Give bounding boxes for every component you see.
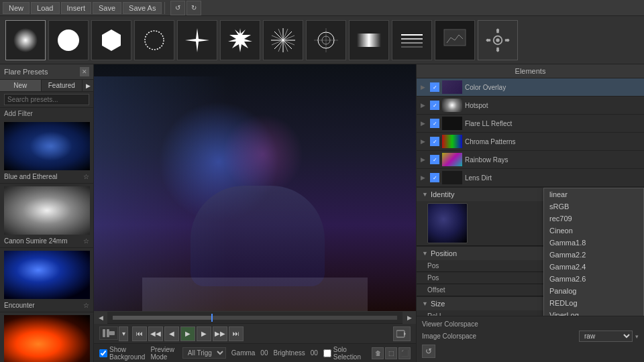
settings-button[interactable]: [478, 20, 518, 60]
star-icon-encounter[interactable]: ☆: [83, 302, 89, 309]
svg-point-3: [145, 31, 164, 50]
svg-rect-36: [396, 330, 405, 337]
preview-canvas[interactable]: [94, 64, 416, 311]
play-button[interactable]: ▶: [180, 326, 195, 341]
brush-4star[interactable]: [177, 20, 217, 60]
delete-icon-1[interactable]: 🗑: [372, 347, 384, 359]
element-expand-rainbow[interactable]: ▶: [421, 156, 427, 163]
search-presets-input[interactable]: [4, 94, 89, 105]
transport-icon: [99, 326, 118, 340]
preset-thumb-blue-ethereal: [4, 122, 90, 170]
preview-mode-dropdown[interactable]: All Trigg: [182, 347, 226, 359]
elements-header: Elements: [417, 64, 644, 78]
element-check-chroma[interactable]: ✓: [430, 137, 439, 146]
element-expand-chroma[interactable]: ▶: [421, 138, 427, 145]
undo-icon[interactable]: ↺: [422, 345, 435, 358]
close-panel-button[interactable]: ✕: [80, 67, 89, 76]
star-icon-blue-ethereal[interactable]: ☆: [83, 173, 89, 180]
preset-encounter[interactable]: Encounter ☆: [0, 248, 93, 312]
cs-Cineon[interactable]: Cineon: [544, 225, 643, 237]
step-back-button[interactable]: ◀: [164, 326, 179, 341]
brush-starburst[interactable]: [263, 20, 303, 60]
tab-featured[interactable]: Featured: [42, 80, 83, 91]
cs-rec709[interactable]: rec709: [544, 213, 643, 225]
star-icon-canon-sumire[interactable]: ☆: [83, 237, 89, 245]
element-check-flare[interactable]: ✓: [430, 119, 439, 128]
element-expand-flare[interactable]: ▶: [421, 120, 427, 127]
gamma-label: Gamma: [231, 349, 256, 357]
insert-button[interactable]: Insert: [61, 2, 92, 14]
gamma-value: 00: [260, 349, 268, 357]
prev-frame-button[interactable]: ◀◀: [148, 326, 163, 341]
svg-point-1: [58, 29, 79, 51]
svg-rect-16: [357, 34, 381, 47]
preset-eye-beholder[interactable]: Eye of the Beholder ☆: [0, 312, 93, 362]
element-expand-lens-dirt[interactable]: ▶: [421, 174, 427, 181]
timeline-next-button[interactable]: ▶: [402, 312, 416, 324]
svg-point-24: [496, 38, 499, 42]
skip-to-end-button[interactable]: ⏭: [229, 326, 244, 341]
cs-ViperLog[interactable]: ViperLog: [544, 309, 643, 316]
step-forward-button[interactable]: ▶: [197, 326, 211, 341]
preset-canon-sumire[interactable]: Canon Sumire 24mm ☆: [0, 184, 93, 248]
left-panel: Flare Presets ✕ New Featured ▶ Add Filte…: [0, 64, 94, 362]
tab-new[interactable]: New: [0, 80, 42, 91]
cs-Panalog[interactable]: Panalog: [544, 285, 643, 297]
element-check-color-overlay[interactable]: ✓: [430, 82, 439, 92]
solo-selection-checkbox[interactable]: Solo Selection: [323, 346, 361, 361]
identity-arrow: ▼: [422, 191, 428, 198]
load-button[interactable]: Load: [31, 2, 59, 14]
cs-REDLog[interactable]: REDLog: [544, 297, 643, 309]
element-row-chroma-patterns[interactable]: ▶ ✓ Chroma Patterns: [417, 133, 644, 151]
save-button[interactable]: Save: [93, 2, 121, 14]
brush-soft-circle[interactable]: [5, 20, 46, 60]
element-check-hotspot[interactable]: ✓: [430, 101, 439, 110]
element-row-lens-dirt[interactable]: ▶ ✓ Lens Dirt: [417, 169, 644, 187]
element-row-rainbow-rays[interactable]: ▶ ✓ Rainbow Rays: [417, 151, 644, 169]
flare-presets-header: Flare Presets ✕: [0, 64, 93, 80]
brush-hard-circle[interactable]: [48, 20, 89, 60]
brush-circle-outline[interactable]: [134, 20, 174, 60]
image-colorspace-row: Image Colorspace raw ▾: [422, 329, 639, 343]
element-row-color-overlay[interactable]: ▶ ✓ Color Overlay: [417, 78, 644, 97]
cs-Gamma18[interactable]: Gamma1.8: [544, 237, 643, 249]
timeline-prev-button[interactable]: ◀: [94, 312, 107, 324]
image-colorspace-select[interactable]: raw: [579, 330, 633, 342]
cs-Gamma22[interactable]: Gamma2.2: [544, 249, 643, 261]
skip-to-start-button[interactable]: ⏮: [132, 326, 147, 341]
brush-half-gradient[interactable]: [349, 20, 389, 60]
svg-rect-35: [109, 331, 115, 335]
brush-ring-burst[interactable]: [306, 20, 346, 60]
save-as-button[interactable]: Save As: [123, 2, 162, 14]
element-expand-hotspot[interactable]: ▶: [421, 102, 427, 109]
brush-6star[interactable]: [220, 20, 260, 60]
delete-icon-3[interactable]: ⬛: [398, 347, 411, 359]
svg-rect-22: [444, 29, 466, 46]
element-row-hotspot[interactable]: ▶ ✓ Hotspot: [417, 97, 644, 115]
element-expand-arrow[interactable]: ▶: [421, 84, 427, 90]
show-background-checkbox[interactable]: Show Background: [99, 346, 145, 361]
brush-preview-thumb[interactable]: [435, 20, 475, 60]
render-button[interactable]: [393, 326, 411, 341]
preset-tab-more[interactable]: ▶: [83, 80, 93, 91]
element-check-lens-dirt[interactable]: ✓: [430, 173, 439, 182]
transport-dropdown[interactable]: ▾: [119, 326, 128, 341]
cs-Gamma24[interactable]: Gamma2.4: [544, 261, 643, 273]
new-button[interactable]: New: [3, 2, 30, 14]
undo-button[interactable]: ↺: [170, 1, 185, 15]
cs-Gamma26[interactable]: Gamma2.6: [544, 273, 643, 285]
preset-blue-ethereal[interactable]: Blue and Ethereal ☆: [0, 119, 93, 184]
element-check-rainbow[interactable]: ✓: [430, 155, 439, 164]
add-filter-button[interactable]: Add Filter: [0, 108, 93, 119]
element-row-flare-ll-reflect[interactable]: ▶ ✓ Flare LL Reflect: [417, 115, 644, 133]
cs-sRGB[interactable]: sRGB: [544, 200, 643, 213]
colorspace-dropdown: linear sRGB rec709 Cineon Gamma1.8 Gamma…: [543, 188, 644, 316]
cs-linear[interactable]: linear: [544, 188, 643, 200]
brush-hexagon[interactable]: [91, 20, 131, 60]
redo-button[interactable]: ↻: [186, 1, 201, 15]
timeline-track[interactable]: [113, 316, 397, 320]
brush-lines[interactable]: [392, 20, 432, 60]
next-frame-button[interactable]: ▶▶: [213, 326, 227, 341]
delete-icon-2[interactable]: ⬚: [385, 347, 397, 359]
identity-title: Identity: [431, 190, 454, 198]
